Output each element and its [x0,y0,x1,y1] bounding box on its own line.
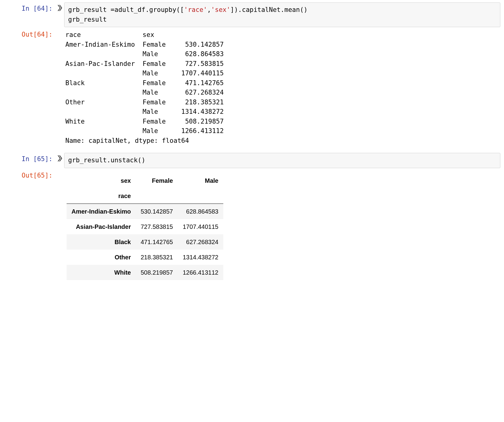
input-prompt: In [64]: [4,2,56,27]
table-row: Amer-Indian-Eskimo530.142857628.864583 [67,204,223,219]
cell-value: 218.385321 [136,250,178,265]
column-header: Female [136,173,178,188]
output-cell: Out[64]: race sex Amer-Indian-Eskimo Fem… [4,28,500,147]
cell-value: 1707.440115 [178,219,223,234]
row-index: Amer-Indian-Eskimo [67,204,136,219]
series-row: Male 627.268324 [65,88,500,98]
input-prompt: In [65]: [4,153,56,168]
table-row: Other218.3853211314.438272 [67,250,223,265]
run-cell-button[interactable] [56,153,64,168]
cell-value: 1266.413112 [178,265,223,280]
series-row: Amer-Indian-Eskimo Female 530.142857 [65,40,500,50]
cell-value: 1314.438272 [178,250,223,265]
col-header-name: sex [67,173,136,188]
series-row: Name: capitalNet, dtype: float64 [65,136,500,146]
cell-value: 627.268324 [178,234,223,250]
series-row: race sex [65,30,500,40]
run-cell-button[interactable] [56,2,64,27]
output-prompt: Out[65]: [4,169,56,282]
table-row: White508.2198571266.413112 [67,265,223,280]
cell-value: 530.142857 [136,204,178,219]
code-input[interactable]: grb_result.unstack() [64,153,500,168]
series-row: Black Female 471.142765 [65,78,500,88]
series-row: Male 1266.413112 [65,126,500,136]
output-prompt: Out[64]: [4,28,56,147]
cell-value: 628.864583 [178,204,223,219]
code-cell: In [65]: grb_result.unstack() [4,153,500,168]
code-cell: In [64]: grb_result =adult_df.groupby(['… [4,2,500,27]
table-row: Asian-Pac-Islander727.5838151707.440115 [67,219,223,234]
column-header: Male [178,173,223,188]
row-index: Black [67,234,136,250]
cell-value: 508.219857 [136,265,178,280]
dataframe-table: sexFemaleMaleraceAmer-Indian-Eskimo530.1… [67,173,223,280]
dataframe-output: sexFemaleMaleraceAmer-Indian-Eskimo530.1… [64,169,500,282]
output-cell: Out[65]: sexFemaleMaleraceAmer-Indian-Es… [4,169,500,282]
series-row: Male 1707.440115 [65,69,500,78]
series-output: race sex Amer-Indian-Eskimo Female 530.1… [64,28,500,147]
series-row: Male 1314.438272 [65,107,500,117]
row-header-name: race [67,188,136,204]
row-index: White [67,265,136,280]
table-row: Black471.142765627.268324 [67,234,223,250]
row-index: Asian-Pac-Islander [67,219,136,234]
series-row: Other Female 218.385321 [65,98,500,107]
series-row: White Female 508.219857 [65,117,500,127]
cell-value: 471.142765 [136,234,178,250]
series-row: Asian-Pac-Islander Female 727.583815 [65,59,500,69]
code-input[interactable]: grb_result =adult_df.groupby(['race','se… [64,2,500,27]
row-index: Other [67,250,136,265]
series-row: Male 628.864583 [65,49,500,59]
cell-value: 727.583815 [136,219,178,234]
